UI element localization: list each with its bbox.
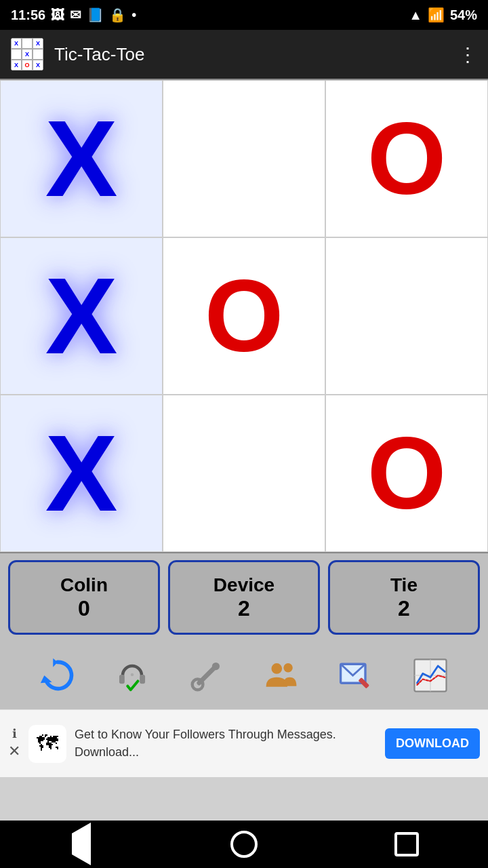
app-icon: X X X X O X [11, 38, 43, 71]
battery-display: 54% [450, 7, 477, 23]
toolbar [0, 642, 488, 709]
score-colin[interactable]: Colin 0 [8, 560, 160, 635]
svg-point-4 [131, 673, 134, 676]
recents-button[interactable] [386, 824, 427, 865]
lock-icon: 🔒 [109, 7, 126, 23]
cell-1-2[interactable] [325, 237, 488, 395]
device-name: Device [214, 574, 274, 596]
ad-text: Get to Know Your Followers Through Messa… [75, 726, 377, 760]
o-mark: O [367, 422, 447, 524]
score-tie[interactable]: Tie 2 [328, 560, 480, 635]
cell-0-2[interactable]: O [325, 80, 488, 237]
ad-download-button[interactable]: DOWNLOAD [385, 728, 480, 759]
ad-banner: ℹ ✕ 🗺 Get to Know Your Followers Through… [0, 709, 488, 777]
x-mark: X [45, 419, 118, 528]
users-button[interactable] [258, 652, 305, 699]
colin-score: 0 [78, 596, 90, 621]
nav-bar [0, 821, 488, 868]
app-title: Tic-Tac-Toe [54, 44, 458, 65]
score-area: Colin 0 Device 2 Tie 2 [0, 553, 488, 642]
cell-0-0[interactable]: X [0, 80, 163, 237]
dot-icon: • [131, 7, 136, 23]
ad-close-button[interactable]: ✕ [8, 743, 20, 760]
game-board: X O X O X O [0, 79, 488, 553]
cell-1-1[interactable]: O [163, 237, 325, 395]
cell-0-1[interactable] [163, 80, 325, 237]
x-mark: X [45, 104, 118, 213]
status-right: ▲ 📶 54% [409, 7, 477, 23]
colin-name: Colin [60, 574, 108, 596]
ad-app-icon: 🗺 [28, 725, 66, 763]
wifi-icon: ▲ [409, 7, 422, 23]
headset-button[interactable] [108, 652, 156, 699]
score-device[interactable]: Device 2 [168, 560, 320, 635]
refresh-button[interactable] [34, 652, 81, 699]
svg-point-7 [212, 663, 220, 670]
photo-icon: 🖼 [51, 7, 64, 23]
back-button[interactable] [61, 824, 102, 865]
device-score: 2 [238, 596, 250, 621]
svg-point-8 [271, 663, 282, 674]
menu-icon[interactable]: ⋮ [458, 43, 477, 66]
tie-score: 2 [398, 596, 410, 621]
signal-icon: 📶 [428, 7, 445, 23]
facebook-icon: 📘 [87, 7, 104, 23]
cell-2-1[interactable] [163, 395, 325, 552]
mail-button[interactable] [332, 652, 380, 699]
x-mark: X [45, 262, 118, 370]
chart-button[interactable] [407, 652, 454, 699]
tie-name: Tie [390, 574, 418, 596]
o-mark: O [205, 265, 284, 367]
svg-marker-0 [41, 675, 52, 683]
email-icon: ✉ [70, 7, 81, 23]
time-display: 11:56 [11, 7, 45, 23]
ad-info-icon[interactable]: ℹ [12, 726, 17, 741]
ad-icon-symbol: 🗺 [37, 731, 58, 756]
app-bar: X X X X O X Tic-Tac-Toe ⋮ [0, 30, 488, 79]
o-mark: O [367, 108, 447, 210]
cell-1-0[interactable]: X [0, 237, 163, 395]
svg-point-9 [283, 663, 292, 672]
cell-2-2[interactable]: O [325, 395, 488, 552]
svg-rect-2 [119, 675, 125, 684]
status-bar: 11:56 🖼 ✉ 📘 🔒 • ▲ 📶 54% [0, 0, 488, 30]
status-time: 11:56 🖼 ✉ 📘 🔒 • [11, 7, 136, 23]
settings-button[interactable] [183, 652, 230, 699]
cell-2-0[interactable]: X [0, 395, 163, 552]
svg-marker-1 [53, 658, 58, 667]
home-button[interactable] [224, 824, 264, 865]
svg-rect-3 [140, 675, 145, 684]
